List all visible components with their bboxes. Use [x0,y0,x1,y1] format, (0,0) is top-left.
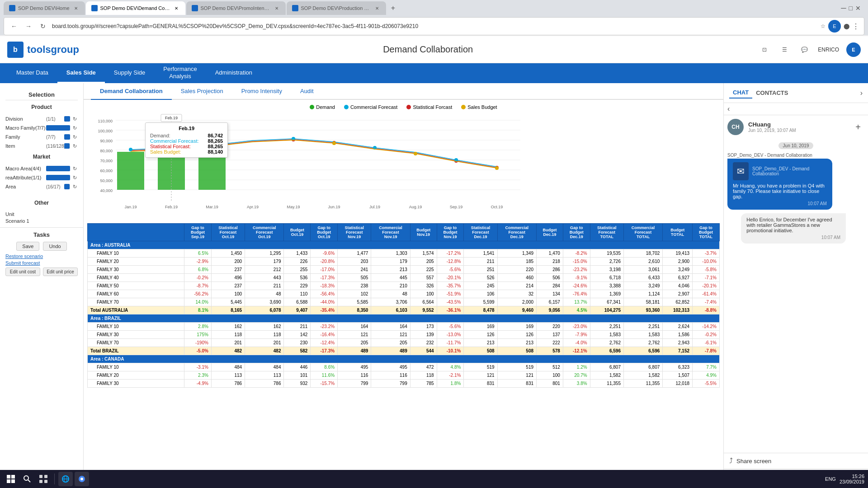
tab-audit[interactable]: Audit [291,83,323,100]
tab-contacts[interactable]: CONTACTS [752,88,792,98]
user-avatar[interactable]: E [846,42,861,57]
table-row[interactable]: FAMILY 10-3.1%4844844468.6%4954954724.8%… [88,363,720,371]
svg-text:Jun.19: Jun.19 [328,205,340,209]
browser-tab-3[interactable]: SOP Demo DEV\PromoIntensity ✕ [186,1,286,15]
edit-unit-cost-button[interactable]: Edit unit cost [5,267,40,276]
svg-text:Jan.19: Jan.19 [124,205,137,209]
statistical-label: Statistical Forcast [413,104,452,110]
table-row[interactable]: FAMILY 306.8%237212255-17.0%241213225-5.… [88,266,720,274]
item-refresh[interactable]: ↻ [71,143,78,149]
ie-taskbar-button[interactable] [58,472,73,486]
svg-point-42 [414,152,417,155]
start-button[interactable] [4,472,18,486]
undo-button[interactable]: Undo [43,242,66,251]
svg-text:50,000: 50,000 [100,178,113,183]
area-header-row: Area : BRAZIL [88,314,720,323]
minimize-btn[interactable]: ─ [841,4,846,12]
forward-button[interactable]: → [23,21,34,32]
tab-close-1[interactable]: ✕ [72,5,80,12]
add-contact-button[interactable]: + [852,121,864,133]
share-screen-label[interactable]: Share screen [736,458,771,465]
table-row[interactable]: FAMILY 50-8.7%237211229-18.3%238210326-3… [88,282,720,290]
tooltip-demand-row: Demand: 86,742 [150,133,223,138]
tab-promo-intensity[interactable]: Promo Intensity [232,83,291,100]
restore-scenario-link[interactable]: Restore scenario [5,253,78,259]
task-view-button[interactable] [36,472,51,486]
demand-label: Demand [316,104,335,110]
table-row[interactable]: FAMILY 30175%118118142-16.4%121121139-13… [88,331,720,339]
svg-text:Feb.19: Feb.19 [165,205,178,209]
profile-icon[interactable]: E [828,20,841,33]
nav-supply-side[interactable]: Supply Side [105,63,154,83]
svg-line-52 [28,480,30,482]
search-taskbar-button[interactable] [20,472,34,486]
chat-header-icon[interactable]: 💬 [798,43,811,56]
table-row[interactable]: FAMILY 60-56.2%10048110-56.4%10248100-51… [88,290,720,298]
tooltip-budget-value: 88,140 [208,149,223,155]
macrofamily-refresh[interactable]: ↻ [71,125,78,131]
edit-unit-price-button[interactable]: Edit unit price [43,267,78,276]
nav-administration[interactable]: Administration [206,63,261,83]
nav-master-data[interactable]: Master Data [7,63,57,83]
tab-demand-collaboration[interactable]: Demand Collaboration [91,83,172,100]
col-gap-total: Gap toBudgetTOTAL [693,224,720,241]
macroarea-refresh[interactable]: ↻ [71,165,78,172]
new-tab-button[interactable]: + [387,2,400,14]
other-section: Other Unit Scenario 1 [0,196,83,227]
family-bar-container [64,134,70,140]
division-refresh[interactable]: ↻ [71,116,78,122]
tab-close-4[interactable]: ✕ [374,5,381,12]
family-refresh[interactable]: ↻ [71,134,78,140]
svg-rect-50 [11,479,15,483]
menu-burger-icon[interactable]: ☰ [778,43,791,56]
sidebar-macroarea: Macro Area(4/4) ↻ [5,165,78,172]
demand-dot [310,105,314,109]
menu-icon[interactable]: ⋮ [852,22,859,31]
url-display[interactable]: board.tools.group/#/screen?capsulePath=G… [52,23,817,29]
sidebar-macrofamily: Macro Family(7/7) ↻ [5,125,78,131]
nav-performance-analysis[interactable]: PerformanceAnalysis [154,63,206,83]
table-row[interactable]: FAMILY 102.8%162162211-23.2%164164173-5.… [88,323,720,331]
svg-point-34 [129,148,132,151]
table-row[interactable]: FAMILY 30-4.9%786786932-15.7%7997997851.… [88,380,720,388]
close-btn[interactable]: ✕ [855,5,861,12]
legend-demand: Demand [310,104,335,110]
col-budget-oct: BudgetOct.19 [284,224,311,241]
table-row[interactable]: FAMILY 40-0.2%496443536-17.3%505445557-2… [88,274,720,282]
table-row[interactable]: FAMILY 202.3%11311310111.6%116116118-2.1… [88,371,720,380]
table-row[interactable]: FAMILY 106.5%1,4501,2951,433-9.6%1,4771,… [88,249,720,258]
extensions-icon[interactable]: ⬤ [844,23,849,29]
back-button[interactable]: ← [9,21,19,32]
chat-collapse-button[interactable]: › [860,89,863,97]
reload-button[interactable]: ↻ [38,21,48,32]
browser-tab-2[interactable]: SOP Demo DEV\Demand Collab... ✕ [86,1,185,15]
col-stat-oct: StatisticalForecastOct.19 [211,224,245,241]
chat-back-button[interactable]: ‹ [727,105,730,113]
content-area: Selection Product Division (1/1) ↻ Macro… [0,83,868,488]
tab-close-3[interactable]: ✕ [273,5,280,12]
app-container: b toolsgroup Demand Collaboration ⊡ ☰ 💬 … [0,36,868,488]
browser-tab-4[interactable]: SOP Demo DEV\Production Plan... ✕ [287,1,386,15]
tab-sales-projection[interactable]: Sales Projection [172,83,232,100]
save-button[interactable]: Save [16,242,39,251]
tooltip-commercial-label: Commercial Forecast: [150,138,199,144]
svg-point-41 [332,141,336,145]
sidebar-area: Area (16/17) ↻ [5,183,78,190]
contact-item[interactable]: CH CHuang Jun 10, 2019, 10:07 AM + [724,115,868,139]
tab-close-2[interactable]: ✕ [173,5,180,12]
maximize-btn[interactable]: □ [849,5,853,12]
chrome-taskbar-button[interactable] [75,472,89,486]
browser-tab-1[interactable]: SOP Demo DEV\Home ✕ [4,1,85,15]
reattribute-refresh[interactable]: ↻ [71,174,78,181]
window-icon[interactable]: ⊡ [758,43,771,56]
main-content: Demand Collaboration Sales Projection Pr… [84,83,723,488]
table-row[interactable]: FAMILY 7014.0%5,4453,6906,588-44.0%5,585… [88,298,720,306]
bookmark-icon[interactable]: ☆ [821,23,826,29]
contact-info: CHuang Jun 10, 2019, 10:07 AM [748,121,847,133]
tab-chat[interactable]: CHAT [729,87,752,99]
nav-sales-side[interactable]: Sales Side [57,63,105,83]
table-row[interactable]: FAMILY 70-190%201201230-12.4%205205232-1… [88,339,720,347]
submit-forecast-link[interactable]: Submit forecast [5,260,78,266]
area-refresh[interactable]: ↻ [71,183,78,190]
table-row[interactable]: FAMILY 20-2.9%200179226-20.8%203179205-1… [88,258,720,266]
